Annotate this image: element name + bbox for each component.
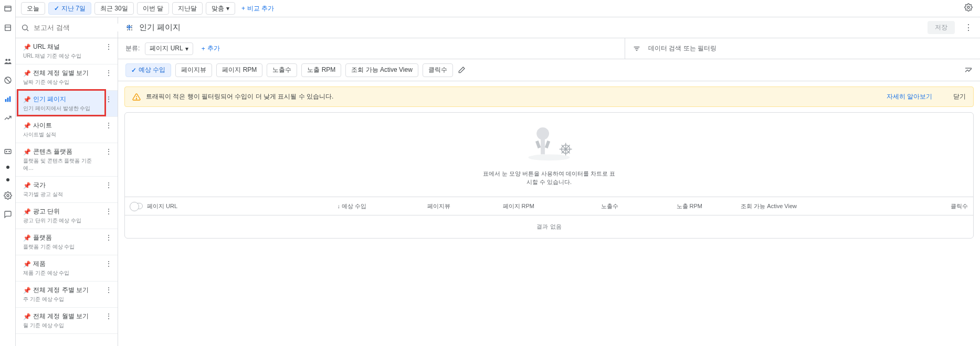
svg-rect-36 [545,140,550,148]
svg-point-13 [9,151,9,152]
sidebar-item-report[interactable]: 📌국가국가별 광고 실적⋮ [16,177,118,203]
add-breakdown-button[interactable]: +추가 [198,44,223,53]
sidebar-item-report[interactable]: 📌사이트사이트별 실적⋮ [16,117,118,143]
save-button[interactable]: 저장 [928,21,955,34]
pin-icon: 📌 [23,96,31,103]
nav-home-icon[interactable] [3,4,13,14]
pin-icon: 📌 [23,44,31,51]
alert-text: 트래픽이 적은 행이 필터링되어 수입이 더 낮게 표시될 수 있습니다. [146,92,333,101]
col-impressions[interactable]: 노출수 [540,202,624,210]
nav-insights-icon[interactable] [3,147,13,156]
pin-icon: 📌 [23,313,31,320]
metric-label: 예상 수입 [139,66,165,74]
metric-chip-clicks[interactable]: 클릭수 [423,63,453,77]
item-menu-button[interactable]: ⋮ [105,260,112,268]
sidebar-item-report[interactable]: 📌전체 계정 주별 보기주 기준 예상 수입⋮ [16,282,118,308]
new-report-button[interactable]: + [126,21,132,34]
breakdown-select[interactable]: 페이지 URL ▾ [145,42,193,55]
svg-rect-2 [5,25,10,31]
nav-people-icon[interactable] [3,57,13,66]
metric-chip-pageviews[interactable]: 페이지뷰 [175,63,212,77]
edit-metrics-button[interactable] [457,66,466,74]
sidebar-item-report[interactable]: 📌광고 단위광고 단위 기준 예상 수입⋮ [16,203,118,229]
col-est-earnings[interactable]: 예상 수입 [342,203,366,209]
item-menu-button[interactable]: ⋮ [105,42,112,51]
pin-icon: 📌 [23,234,31,242]
metric-chip-page-rpm[interactable]: 페이지 RPM [216,63,262,77]
metric-chip-est-earnings[interactable]: ✓예상 수입 [125,63,171,77]
svg-point-15 [967,6,970,8]
nav-feedback-icon[interactable] [3,210,13,219]
pin-icon: 📌 [23,261,31,268]
row-toggle-switch[interactable] [130,203,143,209]
pin-icon: 📌 [23,122,31,129]
nav-trend-icon[interactable] [3,113,13,123]
col-page-rpm[interactable]: 페이지 RPM [456,202,540,210]
svg-point-5 [8,59,10,61]
nav-site-icon[interactable] [3,23,13,33]
sidebar-item-report[interactable]: 📌전체 계정 일별 보기날짜 기준 예상 수입⋮ [16,64,118,91]
page-settings-button[interactable] [964,3,975,14]
svg-point-33 [536,127,549,140]
col-clicks[interactable]: 클릭수 [802,202,973,210]
col-impression-rpm[interactable]: 노출 RPM [624,202,708,210]
add-compare-label: 비교 추가 [247,4,274,13]
item-menu-button[interactable]: ⋮ [105,312,112,320]
nav-dot-2[interactable] [6,178,9,181]
item-menu-button[interactable]: ⋮ [105,147,112,156]
chip-last7[interactable]: ✓지난 7일 [48,2,91,15]
page-title: 인기 페이지 [139,23,181,33]
page-menu-button[interactable]: ⋮ [964,23,973,33]
chip-custom-label: 맞춤 [212,4,224,13]
chip-last-month[interactable]: 지난달 [172,2,203,15]
nav-settings-icon[interactable] [3,191,13,200]
svg-point-4 [5,59,7,61]
alert-close-button[interactable]: 닫기 [953,92,966,101]
add-compare-button[interactable]: +비교 추가 [238,4,277,13]
svg-point-16 [23,25,27,29]
item-menu-button[interactable]: ⋮ [105,121,112,129]
item-menu-button[interactable]: ⋮ [105,181,112,189]
sidebar-item-report[interactable]: 📌인기 페이지인기 페이지에서 발생한 수입⋮ [16,91,118,117]
warning-icon [132,93,141,101]
sidebar-item-report[interactable]: 📌URL 채널URL 채널 기준 예상 수입⋮ [16,38,118,64]
filter-search-placeholder[interactable]: 데이터 검색 또는 필터링 [648,44,716,53]
nav-dot-1[interactable] [6,166,9,169]
item-menu-button[interactable]: ⋮ [105,233,112,242]
chip-today[interactable]: 오늘 [21,2,45,15]
chip-custom[interactable]: 맞춤 ▾ [206,2,235,15]
pin-icon: 📌 [23,287,31,294]
item-menu-button[interactable]: ⋮ [105,69,112,77]
metric-chip-impression-rpm[interactable]: 노출 RPM [301,63,341,77]
chip-last30[interactable]: 최근 30일 [94,2,134,15]
item-menu-button[interactable]: ⋮ [105,286,112,294]
svg-point-12 [6,151,6,152]
svg-rect-10 [9,96,10,102]
svg-rect-0 [5,6,11,11]
pin-icon: 📌 [23,182,31,189]
nav-block-icon[interactable] [3,75,13,85]
sidebar-item-report[interactable]: 📌플랫폼플랫폼 기준 예상 수입⋮ [16,229,118,255]
item-menu-button[interactable]: ⋮ [105,207,112,215]
col-active-view[interactable]: 조회 가능 Active View [708,202,802,210]
item-menu-button[interactable]: ⋮ [105,95,112,103]
search-icon [21,24,29,32]
svg-rect-11 [5,149,11,154]
sidebar-item-report[interactable]: 📌제품제품 기준 예상 수입⋮ [16,255,118,282]
report-search-input[interactable] [34,24,122,31]
caret-down-icon: ▾ [185,45,188,52]
chart-toggle-icon[interactable] [964,66,973,74]
sort-desc-icon: ↓ [337,203,340,209]
pin-icon: 📌 [23,148,31,156]
nav-reports-icon[interactable] [3,94,13,104]
metric-chip-impressions[interactable]: 노출수 [267,63,297,77]
alert-learn-more[interactable]: 자세히 알아보기 [887,92,932,101]
svg-line-17 [27,29,28,31]
metric-chip-active-view[interactable]: 조회 가능 Active View [345,63,418,77]
col-page-url[interactable]: 페이지 URL [147,202,177,210]
chip-this-month[interactable]: 이번 달 [137,2,169,15]
col-pageviews[interactable]: 페이지뷰 [372,202,456,210]
svg-rect-9 [7,98,8,102]
sidebar-item-report[interactable]: 📌전체 계정 월별 보기월 기준 예상 수입⋮ [16,308,118,334]
sidebar-item-report[interactable]: 📌콘텐츠 플랫폼플랫폼 및 콘텐츠 플랫폼 기준 예…⋮ [16,143,118,177]
